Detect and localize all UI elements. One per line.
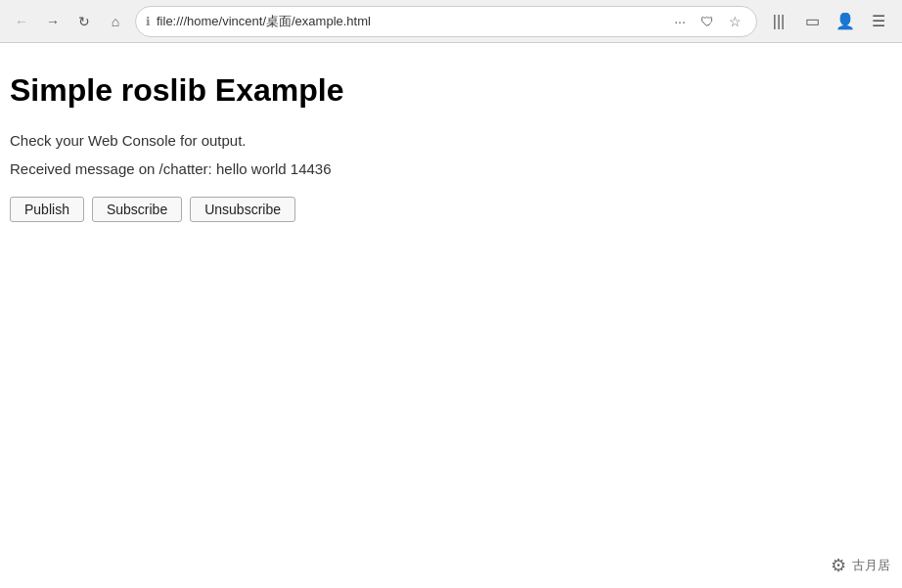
refresh-button[interactable]: ↻ — [70, 8, 98, 35]
publish-button[interactable]: Publish — [10, 197, 84, 222]
profile-button[interactable]: 👤 — [830, 6, 861, 37]
library-button[interactable]: ||| — [763, 6, 794, 37]
address-bar-container: ℹ ··· 🛡 ☆ — [135, 6, 757, 37]
sidebar-button[interactable]: ▭ — [796, 6, 828, 37]
shield-button[interactable]: 🛡 — [696, 10, 719, 33]
address-input[interactable] — [157, 14, 662, 28]
home-button[interactable]: ⌂ — [102, 8, 129, 35]
browser-toolbar: ← → ↻ ⌂ ℹ ··· 🛡 ☆ ||| ▭ 👤 ☰ — [0, 0, 902, 43]
toolbar-right: ||| ▭ 👤 ☰ — [763, 6, 894, 37]
status-text: Check your Web Console for output. — [10, 132, 892, 149]
watermark-text: 古月居 — [852, 557, 890, 574]
subscribe-button[interactable]: Subscribe — [92, 197, 182, 222]
more-button[interactable]: ··· — [668, 10, 692, 33]
watermark-icon: ⚙ — [831, 555, 846, 576]
bookmark-button[interactable]: ☆ — [723, 10, 746, 33]
page-title: Simple roslib Example — [10, 72, 892, 109]
nav-buttons: ← → ↻ ⌂ — [8, 8, 129, 35]
address-bar-actions: ··· 🛡 ☆ — [668, 10, 746, 33]
back-button[interactable]: ← — [8, 8, 35, 35]
message-text: Received message on /chatter: hello worl… — [10, 160, 892, 177]
buttons-row: Publish Subscribe Unsubscribe — [10, 197, 892, 222]
info-icon: ℹ — [146, 15, 151, 28]
forward-button[interactable]: → — [39, 8, 67, 35]
page-content: Simple roslib Example Check your Web Con… — [0, 43, 902, 232]
unsubscribe-button[interactable]: Unsubscribe — [190, 197, 295, 222]
watermark: ⚙ 古月居 — [831, 555, 890, 576]
menu-button[interactable]: ☰ — [863, 6, 894, 37]
